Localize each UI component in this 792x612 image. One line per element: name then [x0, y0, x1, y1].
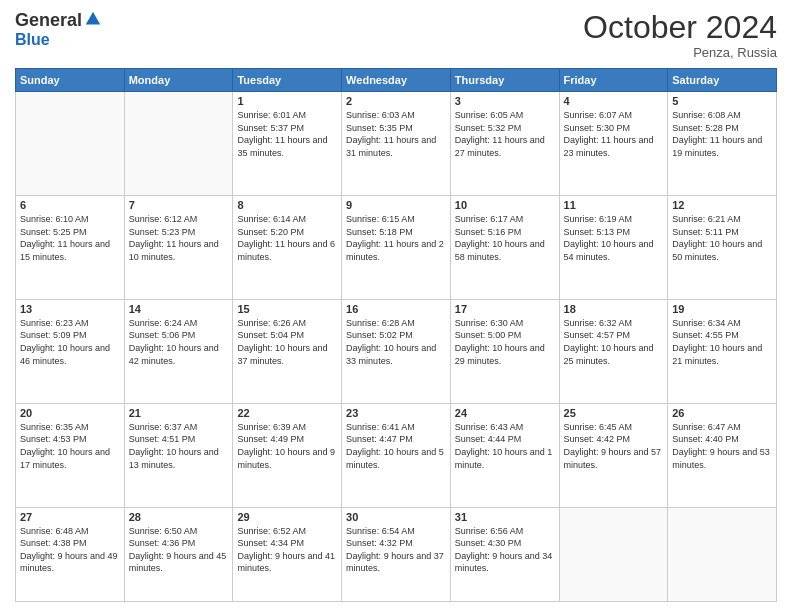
table-row: 5Sunrise: 6:08 AM Sunset: 5:28 PM Daylig…: [668, 92, 777, 196]
table-row: 21Sunrise: 6:37 AM Sunset: 4:51 PM Dayli…: [124, 403, 233, 507]
svg-marker-0: [86, 11, 100, 24]
day-info: Sunrise: 6:39 AM Sunset: 4:49 PM Dayligh…: [237, 421, 337, 471]
day-info: Sunrise: 6:30 AM Sunset: 5:00 PM Dayligh…: [455, 317, 555, 367]
table-row: 10Sunrise: 6:17 AM Sunset: 5:16 PM Dayli…: [450, 196, 559, 300]
day-info: Sunrise: 6:14 AM Sunset: 5:20 PM Dayligh…: [237, 213, 337, 263]
table-row: 24Sunrise: 6:43 AM Sunset: 4:44 PM Dayli…: [450, 403, 559, 507]
day-info: Sunrise: 6:28 AM Sunset: 5:02 PM Dayligh…: [346, 317, 446, 367]
table-row: 9Sunrise: 6:15 AM Sunset: 5:18 PM Daylig…: [342, 196, 451, 300]
table-row: 15Sunrise: 6:26 AM Sunset: 5:04 PM Dayli…: [233, 299, 342, 403]
col-sunday: Sunday: [16, 69, 125, 92]
table-row: 26Sunrise: 6:47 AM Sunset: 4:40 PM Dayli…: [668, 403, 777, 507]
day-info: Sunrise: 6:43 AM Sunset: 4:44 PM Dayligh…: [455, 421, 555, 471]
col-friday: Friday: [559, 69, 668, 92]
table-row: 19Sunrise: 6:34 AM Sunset: 4:55 PM Dayli…: [668, 299, 777, 403]
calendar-week-2: 6Sunrise: 6:10 AM Sunset: 5:25 PM Daylig…: [16, 196, 777, 300]
table-row: 18Sunrise: 6:32 AM Sunset: 4:57 PM Dayli…: [559, 299, 668, 403]
calendar-week-4: 20Sunrise: 6:35 AM Sunset: 4:53 PM Dayli…: [16, 403, 777, 507]
day-info: Sunrise: 6:23 AM Sunset: 5:09 PM Dayligh…: [20, 317, 120, 367]
day-info: Sunrise: 6:54 AM Sunset: 4:32 PM Dayligh…: [346, 525, 446, 575]
logo-blue-text: Blue: [15, 31, 50, 49]
day-number: 28: [129, 511, 229, 523]
day-info: Sunrise: 6:08 AM Sunset: 5:28 PM Dayligh…: [672, 109, 772, 159]
table-row: 17Sunrise: 6:30 AM Sunset: 5:00 PM Dayli…: [450, 299, 559, 403]
day-number: 8: [237, 199, 337, 211]
table-row: 28Sunrise: 6:50 AM Sunset: 4:36 PM Dayli…: [124, 507, 233, 601]
table-row: 6Sunrise: 6:10 AM Sunset: 5:25 PM Daylig…: [16, 196, 125, 300]
day-info: Sunrise: 6:48 AM Sunset: 4:38 PM Dayligh…: [20, 525, 120, 575]
table-row: [124, 92, 233, 196]
table-row: 3Sunrise: 6:05 AM Sunset: 5:32 PM Daylig…: [450, 92, 559, 196]
day-number: 18: [564, 303, 664, 315]
table-row: 25Sunrise: 6:45 AM Sunset: 4:42 PM Dayli…: [559, 403, 668, 507]
table-row: 20Sunrise: 6:35 AM Sunset: 4:53 PM Dayli…: [16, 403, 125, 507]
col-saturday: Saturday: [668, 69, 777, 92]
day-info: Sunrise: 6:35 AM Sunset: 4:53 PM Dayligh…: [20, 421, 120, 471]
day-info: Sunrise: 6:32 AM Sunset: 4:57 PM Dayligh…: [564, 317, 664, 367]
day-number: 4: [564, 95, 664, 107]
day-number: 31: [455, 511, 555, 523]
table-row: 2Sunrise: 6:03 AM Sunset: 5:35 PM Daylig…: [342, 92, 451, 196]
day-info: Sunrise: 6:37 AM Sunset: 4:51 PM Dayligh…: [129, 421, 229, 471]
month-title: October 2024: [583, 10, 777, 45]
table-row: [668, 507, 777, 601]
table-row: 27Sunrise: 6:48 AM Sunset: 4:38 PM Dayli…: [16, 507, 125, 601]
table-row: 8Sunrise: 6:14 AM Sunset: 5:20 PM Daylig…: [233, 196, 342, 300]
table-row: 30Sunrise: 6:54 AM Sunset: 4:32 PM Dayli…: [342, 507, 451, 601]
calendar-week-1: 1Sunrise: 6:01 AM Sunset: 5:37 PM Daylig…: [16, 92, 777, 196]
day-number: 7: [129, 199, 229, 211]
page: General Blue October 2024 Penza, Russia …: [0, 0, 792, 612]
title-section: October 2024 Penza, Russia: [583, 10, 777, 60]
day-info: Sunrise: 6:24 AM Sunset: 5:06 PM Dayligh…: [129, 317, 229, 367]
day-info: Sunrise: 6:17 AM Sunset: 5:16 PM Dayligh…: [455, 213, 555, 263]
col-monday: Monday: [124, 69, 233, 92]
logo-icon: [84, 10, 102, 28]
day-number: 21: [129, 407, 229, 419]
day-info: Sunrise: 6:52 AM Sunset: 4:34 PM Dayligh…: [237, 525, 337, 575]
calendar-week-3: 13Sunrise: 6:23 AM Sunset: 5:09 PM Dayli…: [16, 299, 777, 403]
day-number: 3: [455, 95, 555, 107]
day-info: Sunrise: 6:47 AM Sunset: 4:40 PM Dayligh…: [672, 421, 772, 471]
day-number: 14: [129, 303, 229, 315]
day-info: Sunrise: 6:41 AM Sunset: 4:47 PM Dayligh…: [346, 421, 446, 471]
calendar-header-row: Sunday Monday Tuesday Wednesday Thursday…: [16, 69, 777, 92]
day-number: 11: [564, 199, 664, 211]
day-info: Sunrise: 6:45 AM Sunset: 4:42 PM Dayligh…: [564, 421, 664, 471]
col-thursday: Thursday: [450, 69, 559, 92]
location: Penza, Russia: [583, 45, 777, 60]
table-row: 11Sunrise: 6:19 AM Sunset: 5:13 PM Dayli…: [559, 196, 668, 300]
day-info: Sunrise: 6:34 AM Sunset: 4:55 PM Dayligh…: [672, 317, 772, 367]
table-row: 7Sunrise: 6:12 AM Sunset: 5:23 PM Daylig…: [124, 196, 233, 300]
day-info: Sunrise: 6:15 AM Sunset: 5:18 PM Dayligh…: [346, 213, 446, 263]
table-row: 31Sunrise: 6:56 AM Sunset: 4:30 PM Dayli…: [450, 507, 559, 601]
day-number: 10: [455, 199, 555, 211]
table-row: 4Sunrise: 6:07 AM Sunset: 5:30 PM Daylig…: [559, 92, 668, 196]
day-info: Sunrise: 6:07 AM Sunset: 5:30 PM Dayligh…: [564, 109, 664, 159]
calendar-week-5: 27Sunrise: 6:48 AM Sunset: 4:38 PM Dayli…: [16, 507, 777, 601]
day-info: Sunrise: 6:01 AM Sunset: 5:37 PM Dayligh…: [237, 109, 337, 159]
day-number: 17: [455, 303, 555, 315]
table-row: [16, 92, 125, 196]
day-info: Sunrise: 6:19 AM Sunset: 5:13 PM Dayligh…: [564, 213, 664, 263]
day-number: 24: [455, 407, 555, 419]
table-row: 23Sunrise: 6:41 AM Sunset: 4:47 PM Dayli…: [342, 403, 451, 507]
col-wednesday: Wednesday: [342, 69, 451, 92]
logo-general: General: [15, 10, 82, 31]
day-number: 22: [237, 407, 337, 419]
logo-text: General: [15, 10, 102, 31]
day-number: 5: [672, 95, 772, 107]
day-number: 29: [237, 511, 337, 523]
day-number: 1: [237, 95, 337, 107]
day-info: Sunrise: 6:26 AM Sunset: 5:04 PM Dayligh…: [237, 317, 337, 367]
day-number: 12: [672, 199, 772, 211]
col-tuesday: Tuesday: [233, 69, 342, 92]
table-row: 22Sunrise: 6:39 AM Sunset: 4:49 PM Dayli…: [233, 403, 342, 507]
day-info: Sunrise: 6:05 AM Sunset: 5:32 PM Dayligh…: [455, 109, 555, 159]
day-number: 19: [672, 303, 772, 315]
table-row: 14Sunrise: 6:24 AM Sunset: 5:06 PM Dayli…: [124, 299, 233, 403]
day-number: 9: [346, 199, 446, 211]
day-info: Sunrise: 6:03 AM Sunset: 5:35 PM Dayligh…: [346, 109, 446, 159]
day-number: 15: [237, 303, 337, 315]
day-number: 23: [346, 407, 446, 419]
day-info: Sunrise: 6:21 AM Sunset: 5:11 PM Dayligh…: [672, 213, 772, 263]
